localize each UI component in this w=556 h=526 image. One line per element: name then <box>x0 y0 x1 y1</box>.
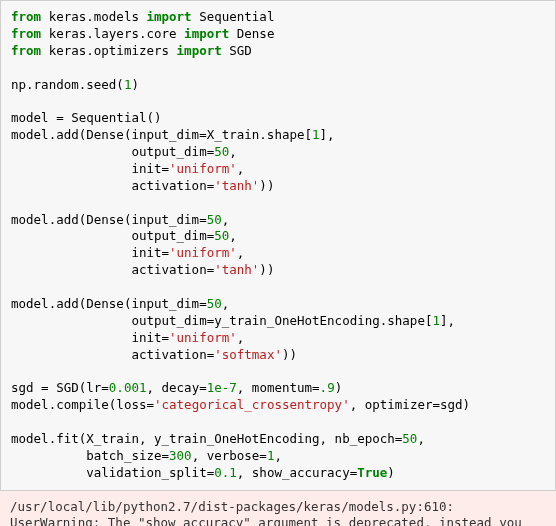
code-text: , <box>237 245 245 260</box>
code-text: keras.optimizers <box>41 43 176 58</box>
code-text: Sequential <box>192 9 275 24</box>
code-text: output_dim=y_train_OneHotEncoding.shape[ <box>11 313 432 328</box>
code-text: Dense <box>229 26 274 41</box>
code-text: model.add(Dense(input_dim=X_train.shape[ <box>11 127 312 142</box>
code-text: model.add(Dense(input_dim= <box>11 212 207 227</box>
code-input-cell: from keras.models import Sequential from… <box>0 0 556 491</box>
code-text: activation= <box>11 178 214 193</box>
code-text: ], <box>440 313 455 328</box>
string-literal: 'uniform' <box>169 330 237 345</box>
number-literal: 1 <box>312 127 320 142</box>
code-text: )) <box>259 262 274 277</box>
string-literal: 'uniform' <box>169 245 237 260</box>
number-literal: 50 <box>214 144 229 159</box>
code-text: , <box>222 212 230 227</box>
keyword-from: from <box>11 43 41 58</box>
code-text: output_dim= <box>11 228 214 243</box>
keyword-from: from <box>11 26 41 41</box>
string-literal: 'tanh' <box>214 178 259 193</box>
code-text: ) <box>387 465 395 480</box>
keyword-from: from <box>11 9 41 24</box>
code-text: , <box>222 296 230 311</box>
code-text: keras.layers.core <box>41 26 184 41</box>
code-text: , <box>417 431 425 446</box>
code-text: , <box>229 228 237 243</box>
code-text: )) <box>259 178 274 193</box>
code-text: output_dim= <box>11 144 214 159</box>
code-text: sgd = SGD(lr= <box>11 380 109 395</box>
code-text: activation= <box>11 262 214 277</box>
code-text: batch_size= <box>11 448 169 463</box>
string-literal: 'categorical_crossentropy' <box>154 397 350 412</box>
keyword-import: import <box>177 43 222 58</box>
code-text: model.compile(loss= <box>11 397 154 412</box>
number-literal: 50 <box>402 431 417 446</box>
string-literal: 'softmax' <box>214 347 282 362</box>
code-text: )) <box>282 347 297 362</box>
code-text: activation= <box>11 347 214 362</box>
number-literal: 300 <box>169 448 192 463</box>
number-literal: 50 <box>207 212 222 227</box>
code-text: , <box>237 330 245 345</box>
code-text: init= <box>11 161 169 176</box>
code-text: , <box>274 448 282 463</box>
number-literal: 1e-7 <box>207 380 237 395</box>
code-text: np.random.seed( <box>11 77 124 92</box>
number-literal: .9 <box>320 380 335 395</box>
stderr-output-cell: /usr/local/lib/python2.7/dist-packages/k… <box>0 491 556 527</box>
code-text: , decay= <box>146 380 206 395</box>
number-literal: 50 <box>207 296 222 311</box>
keyword-import: import <box>146 9 191 24</box>
code-text: model.fit(X_train, y_train_OneHotEncodin… <box>11 431 402 446</box>
code-text: SGD <box>222 43 252 58</box>
number-literal: 0.001 <box>109 380 147 395</box>
code-text: , momentum= <box>237 380 320 395</box>
code-text: init= <box>11 330 169 345</box>
code-text: model = Sequential() <box>11 110 162 125</box>
code-text: ) <box>335 380 343 395</box>
number-literal: 1 <box>432 313 440 328</box>
code-text: validation_split= <box>11 465 214 480</box>
constant-true: True <box>357 465 387 480</box>
keyword-import: import <box>184 26 229 41</box>
string-literal: 'tanh' <box>214 262 259 277</box>
code-text: , optimizer=sgd) <box>350 397 470 412</box>
code-text: , <box>237 161 245 176</box>
string-literal: 'uniform' <box>169 161 237 176</box>
number-literal: 0.1 <box>214 465 237 480</box>
code-text: ) <box>131 77 139 92</box>
code-text: keras.models <box>41 9 146 24</box>
number-literal: 50 <box>214 228 229 243</box>
code-text: ], <box>320 127 335 142</box>
code-text: model.add(Dense(input_dim= <box>11 296 207 311</box>
code-text: init= <box>11 245 169 260</box>
warning-text: /usr/local/lib/python2.7/dist-packages/k… <box>10 499 529 527</box>
code-text: , show_accuracy= <box>237 465 357 480</box>
code-text: , <box>229 144 237 159</box>
code-text: , verbose= <box>192 448 267 463</box>
